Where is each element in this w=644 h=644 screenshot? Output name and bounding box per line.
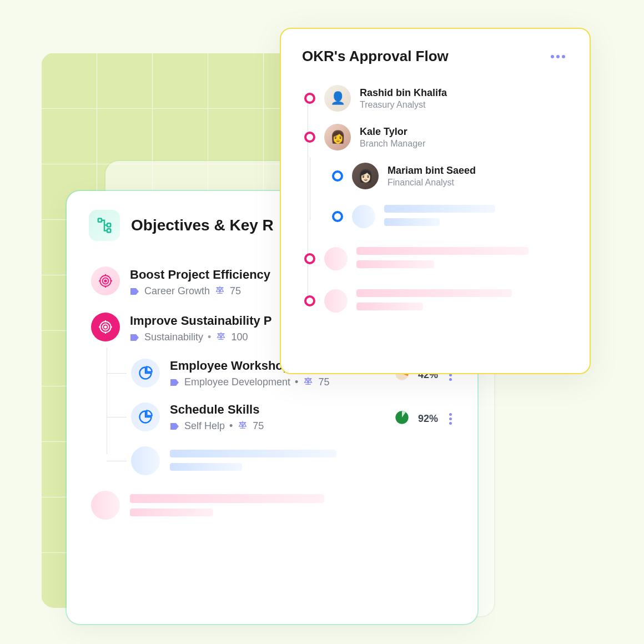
status-ring-icon [304,93,315,104]
avatar: 👩 [324,124,351,150]
scale-icon [237,420,248,432]
status-ring-icon [304,295,315,306]
svg-rect-1 [107,223,110,227]
loading-placeholder [91,491,455,522]
target-icon [91,313,120,341]
approval-flow-list: 👤 Rashid bin Khalifa Treasury Analyst 👩 … [302,85,568,316]
scale-icon [214,285,225,297]
tag-icon [170,422,180,431]
tag-icon [130,287,140,296]
pie-icon [131,359,160,388]
avatar: 👤 [324,85,351,112]
kr-category: Employee Development [184,376,290,388]
tag-icon [170,378,180,387]
placeholder-icon [91,491,120,520]
kr-name: Schedule Skills [170,402,384,417]
status-ring-icon [304,253,315,264]
approver-name: Mariam bint Saeed [388,165,476,177]
kr-weight: 75 [318,376,329,388]
tree-icon [89,210,120,241]
scale-icon [303,376,314,388]
status-ring-icon [332,211,343,222]
objective-category: Sustainability [144,331,203,343]
flow-title: OKR's Approval Flow [302,48,449,65]
kr-weight: 75 [253,420,264,432]
loading-placeholder [304,244,568,274]
more-menu-button[interactable] [446,410,455,428]
loading-placeholder [304,286,568,316]
svg-rect-0 [98,219,102,222]
objective-category: Career Growth [144,285,210,297]
approval-flow-card: OKR's Approval Flow 👤 Rashid bin Khalifa… [280,28,591,374]
progress-donut-icon [394,409,410,428]
placeholder-icon [131,446,160,475]
key-result-list: Employee Workshops Employee Development … [131,359,455,476]
svg-rect-2 [107,229,110,232]
kr-percent: 92% [418,413,438,425]
approver-role: Branch Manager [360,139,425,149]
approver-role: Treasury Analyst [360,100,447,110]
pie-icon [131,402,160,431]
scale-icon [215,331,227,343]
tag-icon [130,333,140,342]
kr-meta: Employee Development • 75 [170,376,384,388]
approver-role: Financial Analyst [388,178,476,188]
status-ring-icon [304,132,315,143]
kr-category: Self Help [184,420,225,432]
svg-point-8 [104,326,106,328]
kr-meta: Self Help • 75 [170,420,384,432]
approver-item[interactable]: 👤 Rashid bin Khalifa Treasury Analyst [304,85,568,112]
okr-title: Objectives & Key R [131,217,274,234]
loading-placeholder [131,446,455,476]
approver-item[interactable]: 👩 Kale Tylor Branch Manager [304,124,568,150]
placeholder-icon [324,247,348,270]
approver-item[interactable]: 👩🏻 Mariam bint Saeed Financial Analyst [332,163,568,189]
objective-weight: 100 [231,331,248,343]
key-result-item[interactable]: Schedule Skills Self Help • 75 [131,402,455,432]
placeholder-icon [324,289,348,313]
objective-weight: 75 [230,285,241,297]
approver-name: Kale Tylor [360,126,425,138]
placeholder-icon [352,205,375,228]
svg-point-5 [104,280,106,281]
approver-name: Rashid bin Khalifa [360,87,447,99]
avatar: 👩🏻 [352,163,379,189]
target-icon [91,266,120,295]
status-ring-icon [332,170,343,182]
loading-placeholder [332,202,568,232]
more-menu-button[interactable] [547,52,568,62]
